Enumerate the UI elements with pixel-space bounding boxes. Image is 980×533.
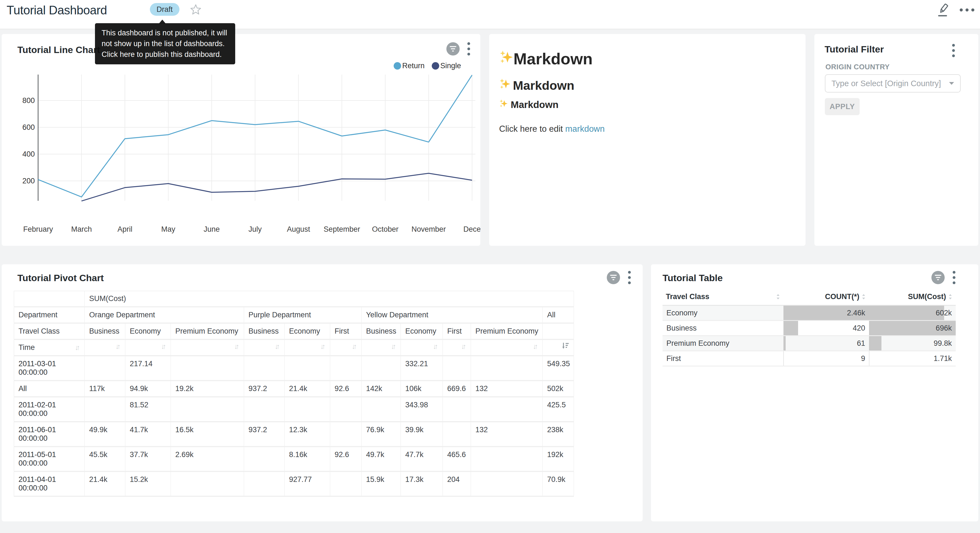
pivot-col-header: Business [85,323,125,340]
table-row[interactable]: Economy2.46k602k [663,305,956,321]
pivot-cell: 204 [443,471,471,496]
pivot-cell: 37.7k [125,447,171,471]
pivot-cell: 502k [543,381,574,397]
pivot-col-header: First [330,323,362,340]
column-header-sum-cost[interactable]: SUM(Cost) [869,291,956,305]
data-table: Travel Class COUNT(*) SUM(Cost) Economy2… [663,291,956,367]
pivot-measure-header: SUM(Cost) [85,291,574,307]
pivot-cell [330,422,362,447]
pivot-cell: 132 [471,422,543,447]
pivot-cell: 70.9k [543,471,574,496]
pivot-cell: 81.52 [125,397,171,422]
pivot-row-label: All [14,381,85,397]
origin-country-select[interactable]: Type or Select [Origin Country] [825,74,961,93]
pivot-cell [244,356,285,381]
draft-badge[interactable]: Draft [150,3,180,16]
edit-markdown-link[interactable]: markdown [565,124,605,134]
pivot-row-label: 2011-02-01 00:00:00 [14,397,85,422]
table-header-row: Travel Class COUNT(*) SUM(Cost) [663,291,956,305]
svg-text:July: July [248,225,262,233]
pivot-cell [471,471,543,496]
pivot-measure-row: SUM(Cost) [14,291,574,307]
pivot-cell [285,397,330,422]
favorite-star-icon[interactable] [190,4,202,16]
markdown-paragraph: Click here to edit markdown [499,124,605,134]
svg-text:800: 800 [22,96,35,105]
filter-panel: Tutorial Filter ORIGIN COUNTRY Type or S… [815,34,978,246]
table-kebab-icon[interactable] [952,270,956,286]
filter-kebab-icon[interactable] [952,43,955,59]
pivot-cell [285,356,330,381]
sparkles-icon [499,99,508,110]
sort-desc-active-icon[interactable] [562,342,569,349]
edit-pencil-icon[interactable] [936,2,951,19]
more-ellipsis-icon[interactable] [959,7,975,14]
pivot-class-row: Travel ClassBusinessEconomyPremium Econo… [14,323,574,340]
svg-text:200: 200 [22,177,35,185]
pivot-row: 2011-06-01 00:00:0049.9k41.7k16.5k937.21… [14,422,574,447]
pivot-cell: 49.9k [85,422,125,447]
sort-icon[interactable]: ↓↑ [234,342,239,351]
pivot-cell [244,447,285,471]
pivot-cell: 937.2 [244,422,285,447]
pivot-cell: 41.7k [125,422,171,447]
pivot-cell: 12.3k [285,422,330,447]
pivot-cell [171,356,244,381]
svg-text:August: August [287,225,310,233]
header-actions [936,2,975,19]
pivot-cell: 217.14 [125,356,171,381]
pivot-col-header: First [443,323,471,340]
pivot-cell: 117k [85,381,125,397]
applied-filter-badge-icon[interactable] [931,271,945,284]
svg-text:600: 600 [22,123,35,131]
column-header-travel-class[interactable]: Travel Class [663,291,783,305]
sort-icon[interactable]: ↓↑ [461,342,466,351]
sort-icon[interactable]: ↓↑ [533,342,538,351]
cell-sum: 99.8k [869,336,956,351]
pivot-sort-row: Time↓↑↓↑↓↑↓↑↓↑↓↑↓↑↓↑↓↑↓↑↓↑ [14,340,574,356]
pivot-group-header: Yellow Department [362,307,543,323]
sort-icon[interactable]: ↓↑ [352,342,357,351]
table-row[interactable]: Premium Economy6199.8k [663,336,956,351]
pivot-cell: 15.2k [125,471,171,496]
pivot-cell: 76.9k [362,422,401,447]
pivot-cell [443,422,471,447]
pivot-col-header: Economy [401,323,443,340]
sort-icon[interactable]: ↓↑ [391,342,396,351]
sort-icon[interactable]: ↓↑ [161,342,166,351]
markdown-panel[interactable]: Markdown Markdown Markdown Click here to… [489,34,805,246]
sort-icon[interactable]: ↓↑ [320,342,326,351]
apply-button[interactable]: APPLY [825,98,860,115]
pivot-cell: 8.16k [285,447,330,471]
pivot-time-header: Time↓↑ [14,340,85,356]
pivot-table: SUM(Cost)DepartmentOrange DepartmentPurp… [14,291,574,497]
pivot-kebab-icon[interactable] [628,270,631,286]
pivot-cell [171,397,244,422]
pivot-row: 2011-04-01 00:00:0021.4k15.2k927.7715.9k… [14,471,574,496]
svg-text:March: March [71,225,92,233]
line-chart-plot[interactable]: 200400600800FebruaryMarchAprilMayJuneJul… [2,34,480,246]
column-header-count[interactable]: COUNT(*) [783,291,869,305]
sort-icon[interactable]: ↓↑ [433,342,438,351]
sort-icon[interactable]: ↓↑ [275,342,280,351]
cell-travel-class: Premium Economy [663,336,783,351]
pivot-chart-panel: Tutorial Pivot Chart SUM(Cost)Department… [2,264,643,522]
sort-icon[interactable]: ↓↑ [115,342,121,351]
pivot-col-header: Business [244,323,285,340]
pivot-col-header: Economy [125,323,171,340]
svg-text:June: June [204,225,220,233]
pivot-cell [471,356,543,381]
table-row[interactable]: First91.71k [663,351,956,366]
pivot-dept-row: DepartmentOrange DepartmentPurple Depart… [14,307,574,323]
sort-icon[interactable]: ↓↑ [75,343,80,352]
svg-text:Dece: Dece [463,225,480,233]
pivot-cell [362,397,401,422]
pivot-cell: 465.6 [443,447,471,471]
line-chart-panel: Tutorial Line Chart ReturnSingle 2004006… [2,34,480,246]
sort-arrows-icon [948,294,952,300]
svg-text:April: April [117,225,132,233]
cell-sum: 696k [869,321,956,336]
cell-travel-class: Economy [663,305,783,321]
table-row[interactable]: Business420696k [663,321,956,336]
applied-filter-badge-icon[interactable] [607,271,620,284]
